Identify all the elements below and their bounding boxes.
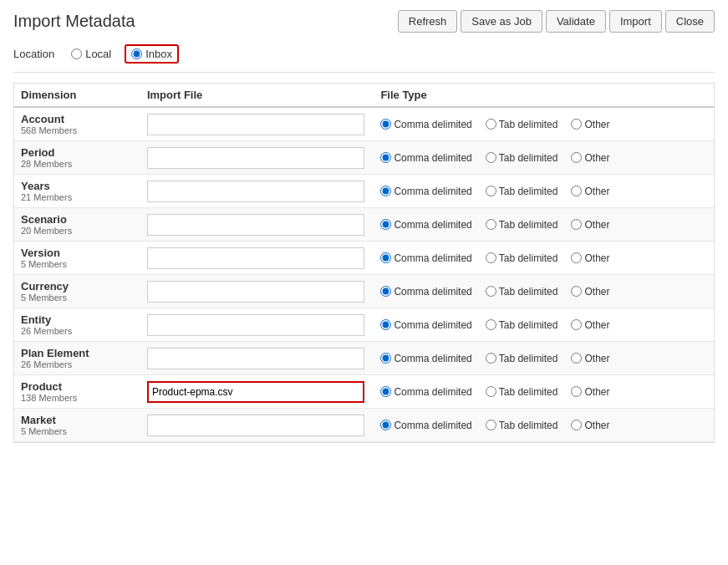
file-type-radio-1[interactable] (486, 353, 496, 364)
file-type-option-tab-delimited[interactable]: Tab delimited (486, 219, 558, 231)
file-type-option-comma-delimited[interactable]: Comma delimited (380, 420, 471, 431)
location-label: Location (13, 48, 54, 60)
file-type-label: Tab delimited (499, 386, 558, 398)
file-type-option-other[interactable]: Other (571, 420, 609, 431)
dimension-cell: Years21 Members (14, 175, 140, 208)
header-buttons: Refresh Save as Job Validate Import Clos… (398, 10, 715, 33)
file-type-option-other[interactable]: Other (571, 386, 609, 398)
file-type-option-tab-delimited[interactable]: Tab delimited (486, 420, 558, 431)
import-file-input[interactable] (147, 314, 364, 336)
file-type-option-comma-delimited[interactable]: Comma delimited (380, 119, 471, 130)
file-type-radio-2[interactable] (571, 252, 582, 263)
import-button[interactable]: Import (609, 10, 662, 33)
dimension-members: 28 Members (21, 159, 134, 169)
table-row: Account568 MembersComma delimitedTab del… (14, 107, 714, 141)
import-file-input[interactable] (147, 114, 364, 135)
extra-cell (668, 141, 714, 175)
dimension-members: 568 Members (21, 125, 134, 135)
file-type-radio-0[interactable] (380, 353, 391, 364)
file-type-label: Comma delimited (394, 119, 471, 130)
file-type-radio-1[interactable] (486, 286, 496, 297)
file-type-radio-1[interactable] (486, 152, 496, 163)
file-type-radio-0[interactable] (380, 219, 391, 230)
import-file-input[interactable] (147, 247, 364, 269)
import-file-input[interactable] (147, 381, 364, 403)
file-type-option-tab-delimited[interactable]: Tab delimited (486, 252, 558, 264)
import-file-input[interactable] (147, 415, 364, 436)
file-type-option-comma-delimited[interactable]: Comma delimited (380, 219, 471, 231)
file-type-radio-2[interactable] (571, 386, 582, 397)
file-type-radio-1[interactable] (486, 386, 496, 397)
file-type-radio-2[interactable] (571, 319, 582, 330)
location-inbox-option[interactable]: Inbox (131, 48, 172, 60)
file-type-radio-0[interactable] (380, 252, 391, 263)
file-type-option-comma-delimited[interactable]: Comma delimited (380, 386, 471, 398)
file-type-option-other[interactable]: Other (571, 152, 609, 164)
refresh-button[interactable]: Refresh (398, 10, 458, 33)
file-type-option-comma-delimited[interactable]: Comma delimited (380, 353, 471, 364)
file-type-option-tab-delimited[interactable]: Tab delimited (486, 319, 558, 331)
file-type-option-comma-delimited[interactable]: Comma delimited (380, 286, 471, 298)
file-type-radio-1[interactable] (486, 420, 496, 430)
location-local-option[interactable]: Local (71, 48, 111, 60)
import-file-input[interactable] (147, 181, 364, 202)
file-type-radio-1[interactable] (486, 219, 496, 230)
file-type-option-other[interactable]: Other (571, 119, 609, 130)
file-type-radio-2[interactable] (571, 286, 582, 297)
file-type-radio-2[interactable] (571, 152, 582, 163)
file-type-radio-0[interactable] (380, 286, 391, 297)
import-file-input[interactable] (147, 147, 364, 169)
file-type-radio-0[interactable] (380, 319, 391, 330)
table-header-row: Dimension Import File File Type (14, 84, 714, 107)
import-file-input[interactable] (147, 214, 364, 236)
dimension-members: 5 Members (21, 293, 134, 303)
file-type-radio-1[interactable] (486, 119, 496, 130)
file-type-radio-2[interactable] (571, 119, 582, 130)
file-type-option-tab-delimited[interactable]: Tab delimited (486, 119, 558, 130)
close-button[interactable]: Close (665, 10, 715, 33)
import-file-input[interactable] (147, 348, 364, 369)
dimension-name: Period (21, 146, 134, 159)
dimension-name: Account (21, 113, 134, 125)
file-type-radio-0[interactable] (380, 386, 391, 397)
table-row: Market5 MembersComma delimitedTab delimi… (14, 409, 714, 442)
save-as-job-button[interactable]: Save as Job (461, 10, 542, 33)
file-type-cell: Comma delimitedTab delimitedOther (374, 242, 668, 275)
import-file-input[interactable] (147, 281, 364, 303)
file-type-radio-2[interactable] (571, 353, 582, 364)
file-type-option-tab-delimited[interactable]: Tab delimited (486, 152, 558, 164)
location-local-radio[interactable] (71, 48, 82, 59)
dimension-name: Product (21, 380, 134, 393)
file-type-option-tab-delimited[interactable]: Tab delimited (486, 386, 558, 398)
table-row: Product138 MembersComma delimitedTab del… (14, 375, 714, 409)
file-type-option-other[interactable]: Other (571, 252, 609, 264)
file-type-radio-2[interactable] (571, 420, 582, 430)
location-inbox-radio[interactable] (131, 48, 142, 59)
file-type-label: Tab delimited (499, 152, 558, 164)
file-type-option-other[interactable]: Other (571, 286, 609, 298)
file-type-option-comma-delimited[interactable]: Comma delimited (380, 152, 471, 164)
file-type-option-tab-delimited[interactable]: Tab delimited (486, 286, 558, 298)
file-type-radio-2[interactable] (571, 219, 582, 230)
file-type-option-other[interactable]: Other (571, 319, 609, 331)
file-type-radio-1[interactable] (486, 319, 496, 330)
file-type-label: Other (584, 386, 609, 398)
file-type-radio-1[interactable] (486, 186, 496, 196)
page-title: Import Metadata (13, 12, 135, 31)
dimension-members: 5 Members (21, 259, 134, 269)
file-type-option-other[interactable]: Other (571, 353, 609, 364)
file-type-radio-2[interactable] (571, 186, 582, 196)
file-type-radio-1[interactable] (486, 252, 496, 263)
file-type-option-comma-delimited[interactable]: Comma delimited (380, 319, 471, 331)
file-type-option-comma-delimited[interactable]: Comma delimited (380, 252, 471, 264)
file-type-radio-0[interactable] (380, 152, 391, 163)
file-type-option-comma-delimited[interactable]: Comma delimited (380, 186, 471, 197)
file-type-option-tab-delimited[interactable]: Tab delimited (486, 353, 558, 364)
file-type-option-tab-delimited[interactable]: Tab delimited (486, 186, 558, 197)
file-type-option-other[interactable]: Other (571, 186, 609, 197)
validate-button[interactable]: Validate (546, 10, 606, 33)
file-type-radio-0[interactable] (380, 119, 391, 130)
file-type-radio-0[interactable] (380, 186, 391, 196)
file-type-option-other[interactable]: Other (571, 219, 609, 231)
file-type-radio-0[interactable] (380, 420, 391, 430)
